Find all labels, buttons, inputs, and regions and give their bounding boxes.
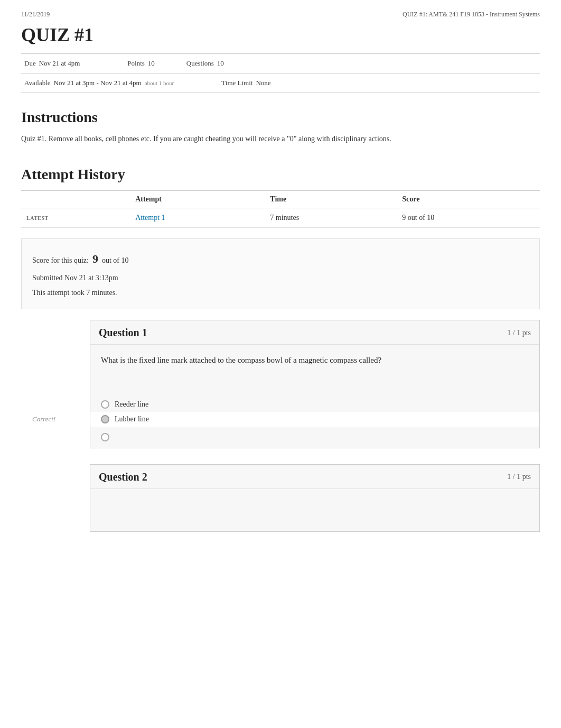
answer-option-empty bbox=[90, 427, 539, 448]
due-value: Nov 21 at 4pm bbox=[39, 59, 80, 68]
quiz-title: QUIZ #1 bbox=[21, 24, 540, 46]
question-1-text: What is the fixed line mark attached to … bbox=[101, 354, 529, 366]
radio-reeder bbox=[101, 400, 109, 409]
col-header-time: Time bbox=[265, 191, 397, 208]
instructions-text: Quiz #1. Remove all books, cell phones e… bbox=[21, 133, 475, 145]
time-limit-label: Time Limit bbox=[221, 79, 253, 87]
radio-lubber bbox=[101, 415, 109, 423]
question-1-answers: Reeder line Correct! Lubber line bbox=[90, 381, 539, 448]
answer-option-reeder: Reeder line bbox=[90, 397, 539, 412]
score-summary-box: Score for this quiz: 9 out of 10 Submitt… bbox=[21, 238, 540, 309]
answer-option-lubber: Correct! Lubber line bbox=[90, 412, 539, 427]
score-out-of: out of 10 bbox=[102, 256, 129, 264]
score-big-value: 9 bbox=[92, 252, 98, 265]
col-header-score: Score bbox=[397, 191, 540, 208]
quiz-meta-available-bar: Available Nov 21 at 3pm - Nov 21 at 4pm … bbox=[21, 73, 540, 93]
attempt-score: 9 out of 10 bbox=[397, 208, 540, 228]
page-date: 11/21/2019 bbox=[21, 11, 50, 19]
question-2-number: Question 2 bbox=[99, 471, 147, 483]
course-title: QUIZ #1: AMT& 241 F19 1853 - Instrument … bbox=[403, 11, 540, 19]
attempt-time: 7 minutes bbox=[265, 208, 397, 228]
available-value: Nov 21 at 3pm - Nov 21 at 4pm bbox=[54, 79, 142, 87]
attempt-history-title: Attempt History bbox=[21, 166, 540, 183]
questions-label: Questions bbox=[186, 59, 214, 68]
attempt-history-table: Attempt Time Score LATEST Attempt 1 7 mi… bbox=[21, 190, 540, 228]
due-label: Due bbox=[24, 59, 36, 68]
available-subtext: about 1 hour bbox=[145, 80, 174, 86]
time-limit-value: None bbox=[256, 79, 270, 87]
instructions-title: Instructions bbox=[21, 109, 540, 126]
col-header-attempt bbox=[21, 191, 130, 208]
attempt-link[interactable]: Attempt 1 bbox=[135, 214, 165, 222]
attempt-history-section: Attempt History Attempt Time Score LATES… bbox=[21, 166, 540, 228]
points-value: 10 bbox=[148, 59, 155, 68]
question-1-header: Question 1 1 / 1 pts bbox=[90, 320, 539, 345]
question-2-body bbox=[90, 489, 539, 531]
submitted-info: Submitted Nov 21 at 3:13pm bbox=[32, 271, 529, 285]
questions-value: 10 bbox=[217, 59, 224, 68]
points-label: Points bbox=[127, 59, 145, 68]
question-2-block: Question 2 1 / 1 pts bbox=[90, 464, 540, 532]
question-1-pts: 1 / 1 pts bbox=[507, 329, 531, 337]
quiz-meta-bar: Due Nov 21 at 4pm Points 10 Questions 10 bbox=[21, 53, 540, 73]
question-2-pts: 1 / 1 pts bbox=[507, 473, 531, 481]
question-1-number: Question 1 bbox=[99, 327, 147, 339]
score-label: Score for this quiz: bbox=[32, 256, 89, 264]
duration-info: This attempt took 7 minutes. bbox=[32, 285, 529, 300]
latest-badge: LATEST bbox=[26, 215, 49, 221]
available-label: Available bbox=[24, 79, 51, 87]
col-header-attempt-label: Attempt bbox=[130, 191, 265, 208]
radio-empty bbox=[101, 433, 109, 441]
question-1-body: What is the fixed line mark attached to … bbox=[90, 345, 539, 381]
correct-badge: Correct! bbox=[32, 415, 55, 423]
answer-text-lubber: Lubber line bbox=[115, 415, 149, 423]
table-row: LATEST Attempt 1 7 minutes 9 out of 10 bbox=[21, 208, 540, 228]
question-1-block: Question 1 1 / 1 pts What is the fixed l… bbox=[90, 320, 540, 448]
question-2-header: Question 2 1 / 1 pts bbox=[90, 465, 539, 489]
answer-text-reeder: Reeder line bbox=[115, 400, 148, 409]
